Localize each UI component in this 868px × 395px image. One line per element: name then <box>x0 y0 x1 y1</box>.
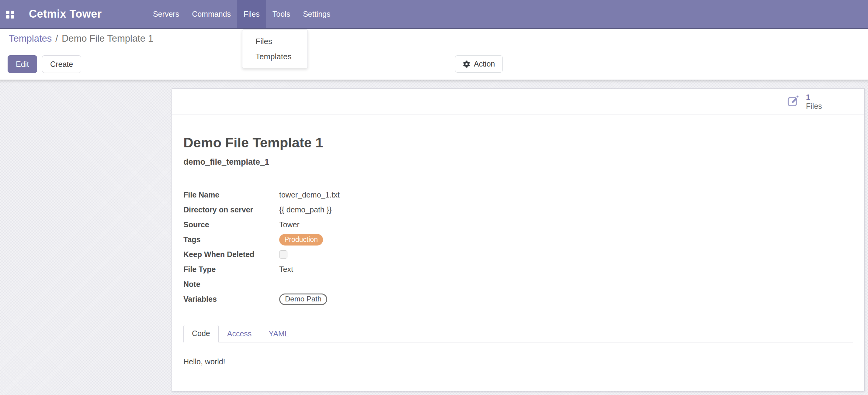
tab-bar: CodeAccessYAML <box>183 325 853 342</box>
apps-menu-square <box>6 11 9 14</box>
field-label-note: Note <box>183 277 273 292</box>
dropdown-item-files[interactable]: Files <box>242 34 308 49</box>
field-value-variables: Demo Path <box>273 292 518 306</box>
field-value-directory-on-server: {{ demo_path }} <box>273 202 518 217</box>
apps-menu-square <box>11 11 14 14</box>
control-panel: Templates / Demo File Template 1 Edit Cr… <box>0 29 868 80</box>
brand-logo[interactable]: Cetmix Tower <box>29 0 101 28</box>
field-value-keep-when-deleted <box>273 247 518 262</box>
field-value-note <box>273 277 518 292</box>
fields-table: File Nametower_demo_1.txtDirectory on se… <box>183 188 518 306</box>
field-value-tags: Production <box>273 232 518 247</box>
field-value-source: Tower <box>273 217 518 232</box>
top-navbar: Cetmix Tower ServersCommandsFilesToolsSe… <box>0 0 868 29</box>
field-value-file-type: Text <box>273 262 518 277</box>
field-value-file-name: tower_demo_1.txt <box>273 188 518 202</box>
breadcrumb: Templates / Demo File Template 1 <box>9 33 153 44</box>
create-button[interactable]: Create <box>42 55 81 73</box>
action-button-label: Action <box>474 60 495 68</box>
tab-yaml[interactable]: YAML <box>260 325 297 342</box>
edit-file-icon <box>787 95 799 108</box>
breadcrumb-separator: / <box>55 33 58 44</box>
apps-menu-square <box>6 15 9 19</box>
field-label-source: Source <box>183 217 273 232</box>
code-content: Hello, world! <box>183 357 225 366</box>
stat-label: Files <box>806 102 822 110</box>
variable-pill-demo-path[interactable]: Demo Path <box>279 294 327 305</box>
stat-count: 1 <box>806 93 822 102</box>
field-label-directory-on-server: Directory on server <box>183 202 273 217</box>
action-button[interactable]: Action <box>455 55 503 73</box>
nav-item-settings[interactable]: Settings <box>297 0 337 28</box>
content-area: 1 Files Demo File Template 1 demo_file_t… <box>0 80 868 395</box>
nav-item-commands[interactable]: Commands <box>186 0 237 28</box>
main-nav: ServersCommandsFilesToolsSettings <box>147 0 337 28</box>
nav-item-tools[interactable]: Tools <box>266 0 297 28</box>
app-root: Cetmix Tower ServersCommandsFilesToolsSe… <box>0 0 868 395</box>
stat-texts: 1 Files <box>806 93 822 110</box>
form-sheet: 1 Files Demo File Template 1 demo_file_t… <box>172 89 865 391</box>
files-stat-button[interactable]: 1 Files <box>778 89 864 114</box>
breadcrumb-current: Demo File Template 1 <box>62 33 153 44</box>
control-panel-buttons: Edit Create <box>8 55 81 73</box>
field-value-text-file-type: Text <box>279 265 293 274</box>
record-title: Demo File Template 1 <box>183 135 323 151</box>
apps-menu-square <box>11 15 14 19</box>
field-value-text-file-name: tower_demo_1.txt <box>279 191 340 199</box>
field-label-file-name: File Name <box>183 188 273 202</box>
field-label-keep-when-deleted: Keep When Deleted <box>183 247 273 262</box>
files-dropdown-menu: FilesTemplates <box>242 30 308 68</box>
tab-code[interactable]: Code <box>183 325 219 342</box>
nav-item-files[interactable]: Files <box>237 0 266 28</box>
keep-when-deleted-checkbox[interactable] <box>279 251 287 259</box>
field-label-tags: Tags <box>183 232 273 247</box>
field-label-file-type: File Type <box>183 262 273 277</box>
field-value-text-source: Tower <box>279 220 300 229</box>
apps-menu-icon[interactable] <box>6 11 14 19</box>
record-reference: demo_file_template_1 <box>183 157 269 167</box>
gear-icon <box>463 61 470 68</box>
breadcrumb-link-templates[interactable]: Templates <box>9 33 52 44</box>
nav-item-servers[interactable]: Servers <box>147 0 186 28</box>
button-box: 1 Files <box>172 89 864 115</box>
tab-access[interactable]: Access <box>219 325 260 342</box>
tag-production[interactable]: Production <box>279 234 323 245</box>
field-label-variables: Variables <box>183 292 273 306</box>
dropdown-item-templates[interactable]: Templates <box>242 49 308 64</box>
field-value-text-directory-on-server: {{ demo_path }} <box>279 205 332 214</box>
edit-button[interactable]: Edit <box>8 55 37 73</box>
